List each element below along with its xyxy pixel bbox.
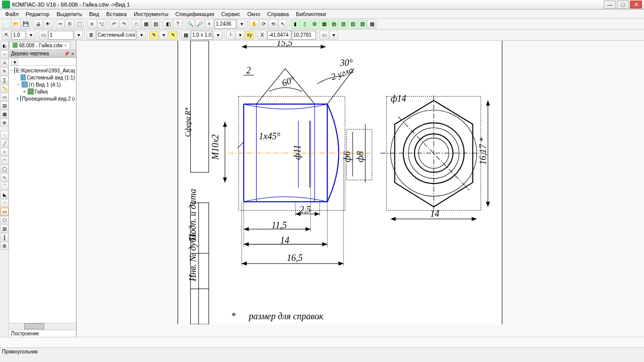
vtool-curve-icon[interactable]: ⌒: [1, 182, 9, 190]
step-dropdown[interactable]: ▾: [213, 31, 222, 40]
expand-icon[interactable]: −: [16, 82, 21, 87]
tree-hscroll[interactable]: [9, 323, 76, 330]
snap-btn-6[interactable]: ▥: [339, 20, 348, 29]
menu-spec[interactable]: Спецификация: [173, 11, 217, 18]
vtool-edit-icon[interactable]: ✎: [1, 67, 9, 75]
misc-btn-2[interactable]: ▾: [329, 31, 338, 40]
step-input[interactable]: [191, 31, 213, 40]
coord-button[interactable]: xy: [245, 31, 254, 40]
snap-btn-2[interactable]: ▯: [300, 20, 309, 29]
vtool-param-icon[interactable]: ∑: [1, 76, 9, 84]
open-button[interactable]: 📂: [12, 20, 21, 29]
coord-x-input[interactable]: [267, 31, 291, 40]
pin-icon[interactable]: 📌: [64, 51, 69, 56]
view-icon[interactable]: ▭: [39, 31, 48, 40]
tool-btn-1[interactable]: □: [132, 20, 141, 29]
cursor-button[interactable]: ↖: [278, 20, 287, 29]
snap-btn-5[interactable]: ▤: [329, 20, 338, 29]
paste-button[interactable]: 📋: [75, 20, 84, 29]
expand-icon[interactable]: +: [16, 96, 19, 102]
menu-editor[interactable]: Редактор: [23, 11, 52, 18]
vtool-point-icon[interactable]: ·: [1, 131, 9, 139]
vtool-equid-icon[interactable]: ║: [1, 233, 9, 241]
copy-button[interactable]: ⎘: [65, 20, 74, 29]
view-num-input[interactable]: [48, 31, 73, 40]
vtool-fillet-icon[interactable]: ◜: [1, 199, 9, 207]
snap-btn-9[interactable]: ▩: [367, 20, 376, 29]
menu-tools[interactable]: Инструменты: [131, 11, 172, 18]
vtool-ellipse-icon[interactable]: ◯: [1, 165, 9, 173]
zoom-dropdown[interactable]: ▾: [237, 20, 246, 29]
tree-root[interactable]: − Е:\Креслення\1993_Аксарин_Ч: [10, 67, 75, 74]
vtool-spline-icon[interactable]: ∿: [1, 173, 9, 182]
doc-tab[interactable]: 68.008 - Гайка.cdw ×: [9, 42, 70, 49]
maximize-button[interactable]: □: [617, 1, 629, 9]
menu-view[interactable]: Вид: [86, 11, 102, 18]
view-dropdown[interactable]: ▾: [74, 31, 83, 40]
snap-btn-8[interactable]: ▨: [358, 20, 367, 29]
new-button[interactable]: 📄: [2, 20, 11, 29]
vars-button[interactable]: ⌥: [97, 20, 106, 29]
tool-btn-2[interactable]: ▦: [141, 20, 150, 29]
tool-btn-4[interactable]: ◧: [164, 20, 173, 29]
highlight-drop-1[interactable]: ▾: [159, 31, 168, 40]
vtool-circle-icon[interactable]: ○: [1, 148, 9, 156]
misc-btn-1[interactable]: ▭: [319, 31, 329, 40]
vtool-spec-icon[interactable]: ▤: [1, 102, 9, 110]
vtool-geometry-icon[interactable]: ◐: [1, 42, 9, 50]
grid-button[interactable]: ▦: [181, 31, 190, 40]
snap-btn-4[interactable]: ▦: [319, 20, 329, 29]
vtool-collect-icon[interactable]: ⊞: [1, 242, 9, 250]
layer-dropdown[interactable]: ▾: [137, 31, 146, 40]
snap-btn-7[interactable]: ▧: [348, 20, 357, 29]
tree-config-icon[interactable]: ▾: [11, 58, 18, 65]
minimize-button[interactable]: —: [604, 1, 616, 9]
rotate-button[interactable]: ⟳: [259, 20, 268, 29]
tree-gaika[interactable]: + Гайка: [10, 88, 75, 95]
vtool-arc-icon[interactable]: ◠: [1, 156, 9, 164]
expand-icon[interactable]: +: [22, 89, 27, 95]
refresh-button[interactable]: ⟲: [269, 20, 278, 29]
expand-icon[interactable]: −: [10, 68, 13, 73]
vtool-line-icon[interactable]: ╱: [1, 139, 9, 147]
highlight-btn-2[interactable]: ✎: [169, 31, 178, 40]
menu-insert[interactable]: Вставка: [103, 11, 130, 18]
tree-view1[interactable]: − (т) Вид 1 (4:1): [10, 81, 75, 88]
help-button[interactable]: ?: [173, 20, 182, 29]
close-button[interactable]: ✕: [630, 1, 642, 9]
vtool-select-icon[interactable]: ▭: [1, 93, 9, 101]
undo-button[interactable]: ↶: [110, 20, 119, 29]
tree-sysview[interactable]: Системный вид (1:1): [10, 74, 75, 81]
menu-select[interactable]: Выделить: [53, 11, 85, 18]
vtool-poly-icon[interactable]: ⬠: [1, 216, 9, 224]
coord-y-input[interactable]: [292, 31, 316, 40]
layer-input[interactable]: [96, 31, 136, 40]
vtool-dim-icon[interactable]: ↔: [1, 50, 9, 58]
scale-input[interactable]: [12, 31, 26, 40]
vtool-insert-icon[interactable]: ⊕: [1, 119, 9, 127]
scale-icon[interactable]: ⇱: [2, 31, 11, 40]
zoom-fit-button[interactable]: 🔍: [186, 20, 195, 29]
command-panel[interactable]: [0, 337, 644, 348]
tool-btn-3[interactable]: ▨: [151, 20, 160, 29]
menu-service[interactable]: Сервис: [218, 11, 244, 18]
highlight-btn-1[interactable]: ✎: [149, 31, 158, 40]
zoom-window-button[interactable]: 🔎: [195, 20, 204, 29]
doc-tab-close-icon[interactable]: ×: [64, 43, 67, 48]
menu-libs[interactable]: Библиотеки: [293, 11, 329, 18]
vtool-rect-icon[interactable]: ▭: [1, 208, 9, 216]
panel-close-icon[interactable]: ×: [71, 51, 74, 56]
ortho-drop[interactable]: ▾: [235, 31, 245, 40]
vtool-measure-icon[interactable]: 📏: [1, 84, 9, 93]
tree-projview[interactable]: + Проекционный вид 2 (4:1): [10, 95, 75, 102]
props-button[interactable]: ≡: [88, 20, 97, 29]
layer-icon[interactable]: ≣: [87, 31, 96, 40]
menu-window[interactable]: Окно: [244, 11, 263, 18]
scale-dropdown[interactable]: ▾: [26, 31, 35, 40]
menu-file[interactable]: Файл: [2, 11, 22, 18]
zoom-in-button[interactable]: +: [205, 20, 214, 29]
cut-button[interactable]: ✂: [56, 20, 65, 29]
vtool-hatch-icon[interactable]: ▨: [1, 225, 9, 233]
zoom-input[interactable]: [214, 20, 236, 29]
drawing-canvas[interactable]: Подп. и дата Инв. № дубл.: [76, 41, 644, 337]
